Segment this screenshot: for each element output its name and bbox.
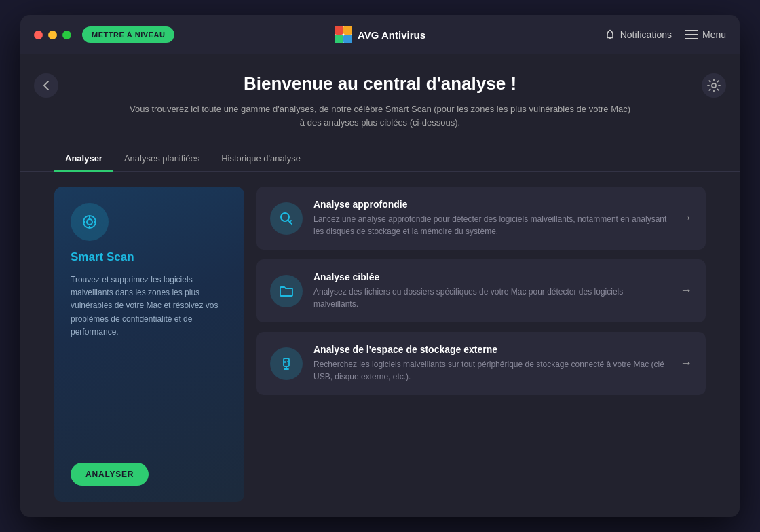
svg-rect-19 — [284, 358, 289, 366]
page-subtitle: Vous trouverez ici toute une gamme d'ana… — [129, 102, 631, 129]
stockage-arrow-icon: → — [680, 356, 692, 370]
chevron-left-icon — [43, 80, 50, 91]
notifications-button[interactable]: Notifications — [605, 29, 672, 41]
ciblee-text: Analyse ciblée Analysez des fichiers ou … — [314, 271, 669, 310]
back-button[interactable] — [34, 73, 58, 98]
svg-point-9 — [712, 83, 716, 88]
scan-option-ciblee[interactable]: Analyse ciblée Analysez des fichiers ou … — [256, 259, 706, 322]
svg-rect-4 — [343, 35, 352, 43]
maximize-button[interactable] — [62, 31, 71, 39]
app-title: AVG Antivirus — [358, 29, 425, 41]
svg-rect-3 — [335, 35, 343, 43]
smart-scan-icon-wrapper — [71, 203, 109, 241]
page-title: Bienvenue au central d'analyse ! — [61, 73, 699, 94]
stockage-icon-wrapper — [270, 347, 303, 380]
menu-button[interactable]: Menu — [685, 29, 726, 40]
stockage-title: Analyse de l'espace de stockage externe — [314, 344, 669, 355]
settings-button[interactable] — [702, 73, 726, 98]
svg-point-11 — [87, 219, 92, 225]
scan-option-approfondie[interactable]: Analyse approfondie Lancez une analyse a… — [256, 187, 706, 250]
notifications-label: Notifications — [620, 29, 672, 40]
gear-icon — [707, 79, 721, 92]
app-logo-icon — [335, 26, 352, 43]
content-area: Bienvenue au central d'analyse ! Vous tr… — [20, 54, 740, 517]
approfondie-text: Analyse approfondie Lancez une analyse a… — [314, 199, 669, 238]
tabs-bar: Analyser Analyses planifiées Historique … — [20, 147, 740, 172]
upgrade-button[interactable]: METTRE À NIVEAU — [82, 26, 174, 43]
ciblee-desc: Analysez des fichiers ou dossiers spécif… — [314, 286, 669, 310]
ciblee-arrow-icon: → — [680, 284, 692, 298]
tab-planifiees[interactable]: Analyses planifiées — [113, 147, 210, 172]
minimize-button[interactable] — [48, 31, 57, 39]
approfondie-desc: Lancez une analyse approfondie pour déte… — [314, 213, 669, 238]
tab-analyser[interactable]: Analyser — [54, 147, 113, 172]
key-icon — [279, 211, 294, 226]
folder-icon — [279, 284, 294, 299]
scan-option-stockage[interactable]: Analyse de l'espace de stockage externe … — [256, 332, 706, 395]
titlebar-center: AVG Antivirus — [335, 26, 425, 43]
scan-options-list: Analyse approfondie Lancez une analyse a… — [256, 187, 706, 502]
smart-scan-icon — [81, 214, 98, 230]
svg-rect-1 — [335, 26, 343, 35]
svg-rect-2 — [343, 26, 352, 35]
approfondie-arrow-icon: → — [680, 211, 692, 225]
menu-label: Menu — [702, 29, 726, 40]
titlebar: METTRE À NIVEAU AVG Antivirus Notificati… — [20, 15, 740, 54]
svg-line-18 — [290, 221, 291, 222]
analyser-button[interactable]: ANALYSER — [71, 463, 149, 486]
bell-icon — [605, 29, 615, 41]
smart-scan-desc: Trouvez et supprimez les logiciels malve… — [71, 273, 228, 453]
titlebar-right: Notifications Menu — [605, 29, 726, 41]
approfondie-icon-wrapper — [270, 202, 303, 235]
main-content: Smart Scan Trouvez et supprimez les logi… — [20, 172, 740, 517]
smart-scan-title: Smart Scan — [71, 250, 228, 264]
page-header: Bienvenue au central d'analyse ! Vous tr… — [20, 54, 740, 140]
hamburger-icon — [685, 30, 698, 39]
ciblee-title: Analyse ciblée — [314, 271, 669, 282]
traffic-lights — [34, 31, 71, 39]
tab-historique[interactable]: Historique d'analyse — [210, 147, 311, 172]
approfondie-title: Analyse approfondie — [314, 199, 669, 210]
stockage-desc: Recherchez les logiciels malveillants su… — [314, 358, 669, 383]
usb-icon — [279, 356, 294, 371]
smart-scan-card: Smart Scan Trouvez et supprimez les logi… — [54, 187, 244, 502]
close-button[interactable] — [34, 31, 43, 39]
stockage-text: Analyse de l'espace de stockage externe … — [314, 344, 669, 383]
ciblee-icon-wrapper — [270, 275, 303, 307]
app-window: METTRE À NIVEAU AVG Antivirus Notificati… — [20, 15, 740, 517]
